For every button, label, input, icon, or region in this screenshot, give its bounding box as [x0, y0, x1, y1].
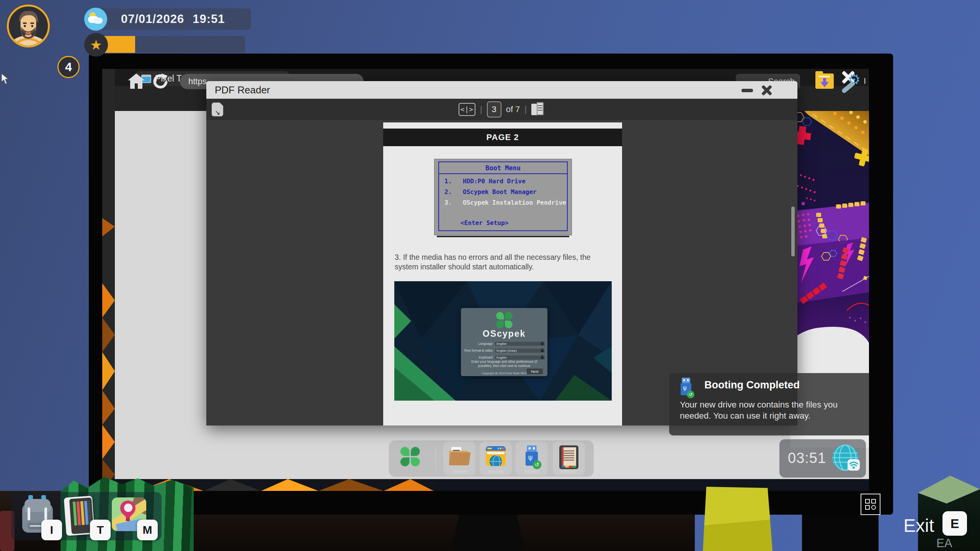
boot-menu-item: 1. HDD:P0 Hard Drive — [439, 178, 567, 185]
lock-icon — [541, 350, 544, 352]
taskbar-browser[interactable] — [480, 442, 512, 475]
yellow-folder-prop — [703, 487, 773, 551]
hud-date: 07/01/2026 — [121, 12, 184, 26]
installer-field: Keyboard English — [463, 355, 545, 360]
boot-menu-footer: <Enter Setup> — [461, 219, 508, 227]
language-select[interactable]: English — [495, 341, 545, 346]
pdf-page-nav: <|> | 3 of 7 | — [459, 99, 545, 120]
notification-body: Your new drive now contains the files yo… — [680, 399, 859, 422]
lock-icon — [541, 343, 544, 345]
installer-os-name: OScypek — [461, 329, 547, 339]
star-icon: ★ — [84, 33, 108, 57]
player-avatar[interactable] — [7, 5, 50, 47]
monitor-stand — [452, 509, 524, 551]
date-time-bar: 07/01/2026 19:51 — [96, 8, 251, 30]
xp-bar — [96, 36, 245, 53]
taskbar-pdf-reader[interactable] — [553, 442, 585, 475]
keyboard-select[interactable]: English — [495, 355, 545, 360]
page-stepper-icon[interactable]: <|> — [459, 103, 475, 116]
pdf-title-bar[interactable]: PDF Reader — [206, 81, 797, 99]
taskbar-separator — [435, 446, 436, 471]
file-manager-icon — [449, 447, 470, 465]
boot-menu-figure: Boot Menu 1. HDD:P0 Hard Drive 2. OScype… — [434, 159, 572, 235]
usb-app-icon: ψ↺ — [524, 445, 539, 468]
downloads-icon[interactable] — [815, 73, 834, 89]
installer-caption: Enter your language and other preference… — [466, 360, 542, 368]
boot-menu-title: Boot Menu — [439, 162, 567, 174]
hotbar-panel: I T M — [11, 492, 162, 540]
notification-toast[interactable]: ψ ↺ Booting Completed Your new drive now… — [669, 373, 869, 435]
settings-wrench-icon[interactable]: ⚙ — [840, 71, 861, 91]
partly-cloudy-icon — [84, 8, 107, 31]
pdf-window-title: PDF Reader — [215, 84, 270, 96]
network-globe-icon — [831, 444, 861, 473]
os-desktop: Pixel Team Red - Software l l d — [102, 69, 869, 491]
installer-screenshot: OScypek Language English Time format & — [394, 281, 612, 401]
avatar-face-icon — [9, 7, 48, 46]
exit-hotkey[interactable]: E — [942, 511, 967, 536]
installer-field: Time format & value English (Dolar) — [463, 348, 545, 353]
game-version: EA 1.1.2i — [936, 536, 980, 551]
usb-drive-icon: ψ ↺ — [679, 378, 693, 398]
notification-title: Booting Completed — [704, 379, 800, 391]
pdf-page-header: PAGE 2 — [383, 129, 622, 146]
time-format-select[interactable]: English (Dolar) — [495, 348, 545, 353]
taskbar-file-manager[interactable] — [443, 442, 475, 475]
installer-dialog: OScypek Language English Time format & — [461, 308, 547, 376]
inventory-hotkey: I — [41, 520, 62, 540]
monitor: Pixel Team Red - Software l l d — [89, 54, 893, 515]
hud-time: 19:51 — [193, 12, 225, 26]
map-hotkey: M — [137, 520, 158, 540]
pdf-toolbar: ↘ <|> | 3 of 7 | — [206, 99, 797, 120]
pdf-close-button[interactable] — [761, 85, 772, 96]
taskbar-clock: 03:51 — [788, 450, 826, 466]
level-badge: 4 — [57, 56, 80, 78]
game-screen: 4 07/01/2026 19:51 ★ — [0, 0, 980, 551]
page-total-label: of 7 — [506, 104, 520, 114]
oscypek-logo-icon — [496, 312, 513, 328]
reader-app-icon — [559, 445, 578, 469]
start-menu-button[interactable] — [400, 447, 420, 466]
browser-app-icon — [486, 446, 506, 466]
pdf-page: PAGE 2 Boot Menu 1. HDD:P0 Hard Drive — [383, 122, 622, 425]
system-tray[interactable]: 03:51 — [779, 439, 866, 478]
pdf-paragraph: 3. If the media has no errors and all th… — [395, 253, 592, 272]
apps-grid-button[interactable] — [861, 494, 880, 515]
page-number-input[interactable]: 3 — [487, 101, 501, 117]
wallpaper-left-sliver — [102, 69, 115, 491]
pdf-scrollbar[interactable] — [791, 207, 795, 256]
lock-icon — [541, 357, 544, 359]
installer-field: Language English — [463, 341, 545, 346]
exit-label: Exit — [903, 515, 934, 536]
refresh-icon[interactable] — [152, 73, 169, 90]
pdf-minimize-button[interactable] — [742, 89, 753, 92]
page-layout-icon[interactable] — [531, 102, 545, 117]
taskbar-usb-tool[interactable]: ψ↺ — [516, 442, 548, 475]
grid-icon — [865, 499, 876, 510]
sync-icon: ↺ — [687, 391, 694, 398]
os-taskbar: ψ↺ — [389, 440, 594, 477]
mouse-cursor — [1, 73, 11, 85]
boot-menu-item: 2. OScypek Boot Manager — [439, 188, 567, 196]
tablet-hotkey: T — [90, 520, 111, 540]
pdf-save-icon[interactable]: ↘ — [212, 103, 223, 116]
boot-menu-item: 3. OScypek Instalation Pendrive — [439, 199, 567, 206]
installer-copyright: Copyright @ 2024 Pixel Team RED — [461, 372, 547, 375]
url-text: https — [188, 77, 207, 86]
home-icon[interactable] — [128, 73, 145, 89]
